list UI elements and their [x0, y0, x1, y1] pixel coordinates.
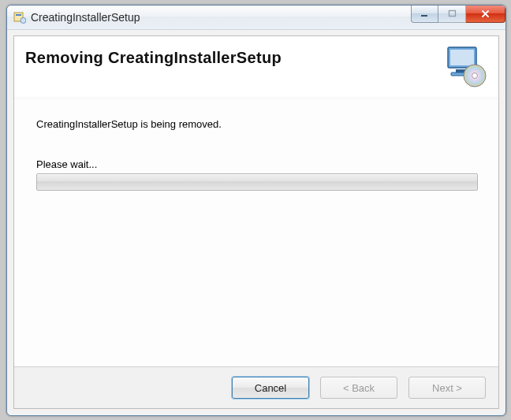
wizard-panel: Removing CreatingInstallerSetup	[13, 35, 499, 409]
window-title: CreatingInstallerSetup	[31, 11, 140, 24]
svg-rect-4	[449, 11, 455, 17]
status-text: CreatingInstallerSetup is being removed.	[36, 118, 476, 130]
svg-rect-6	[450, 50, 474, 65]
window-controls	[411, 6, 505, 23]
installer-icon	[13, 11, 26, 24]
svg-point-10	[472, 73, 478, 79]
wizard-body: CreatingInstallerSetup is being removed.…	[14, 99, 498, 367]
installer-window: CreatingInstallerSetup Removing Creating…	[6, 5, 506, 416]
please-wait-label: Please wait...	[36, 158, 476, 170]
next-button: Next >	[408, 377, 486, 399]
minimize-button[interactable]	[411, 6, 438, 23]
back-button: < Back	[320, 377, 397, 399]
svg-point-2	[21, 18, 26, 24]
page-title: Removing CreatingInstallerSetup	[14, 36, 498, 67]
computer-disc-icon	[443, 44, 487, 88]
svg-rect-1	[16, 14, 21, 16]
titlebar[interactable]: CreatingInstallerSetup	[7, 6, 505, 30]
wizard-footer: Cancel < Back Next >	[14, 366, 498, 408]
cancel-button[interactable]: Cancel	[232, 377, 309, 399]
maximize-button	[438, 6, 466, 23]
progress-bar	[36, 173, 478, 191]
wizard-header: Removing CreatingInstallerSetup	[14, 36, 498, 100]
close-button[interactable]	[466, 6, 505, 23]
svg-rect-3	[421, 15, 427, 17]
